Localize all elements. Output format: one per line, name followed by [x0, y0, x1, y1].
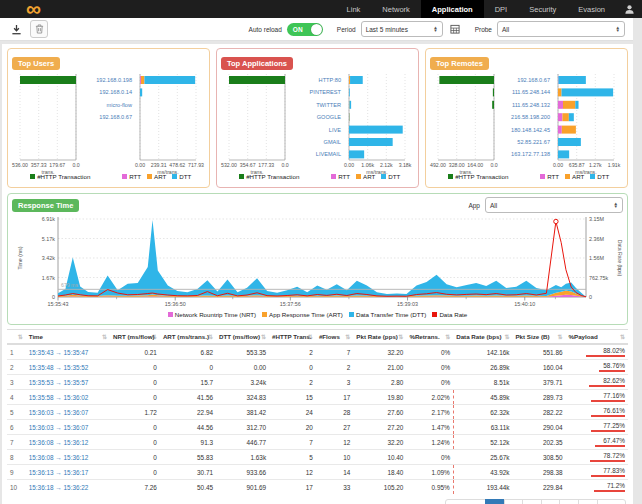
col-header-art[interactable]: ⇅ART (ms/trans.): [160, 330, 216, 345]
auto-reload-toggle[interactable]: ON: [287, 23, 323, 36]
table-row: 215:35:48 → 15:35:52000.000221.000%26.89…: [7, 360, 628, 375]
payload-value: 77.16%: [569, 392, 626, 399]
mini-row-label[interactable]: 192.168.0.198: [80, 76, 132, 84]
clear-button[interactable]: [30, 20, 48, 38]
mini-row-label[interactable]: 111.65.248.144: [498, 88, 550, 96]
cell-time[interactable]: 15:36:13 → 15:36:17: [26, 465, 110, 480]
row-labels: 192.168.0.198192.168.0.14micro-flow192.1…: [80, 70, 136, 176]
sort-icon[interactable]: ⇅: [102, 333, 107, 340]
y-right-tick: 762.75k: [589, 275, 608, 281]
col-header-dtt[interactable]: ⇅DTT (ms/flow): [216, 330, 269, 345]
sort-icon[interactable]: ⇅: [557, 333, 562, 340]
panel-title: Top Users: [12, 57, 60, 70]
cell-time[interactable]: 15:35:48 → 15:35:52: [26, 360, 110, 375]
mini-row-label[interactable]: 192.168.0.67: [80, 113, 132, 121]
cell-pktrate: 18.40: [353, 465, 406, 480]
col-header-time[interactable]: ⇅Time: [26, 330, 110, 345]
dtt-bar: [349, 138, 393, 146]
col-header-pktsize[interactable]: ⇅Pkt Size (B): [512, 330, 565, 345]
col-header-pktrate[interactable]: ⇅Pkt Rate (pps): [353, 330, 406, 345]
rtt-bar: [558, 126, 562, 134]
mini-row-label[interactable]: 163.172.77.138: [498, 150, 550, 158]
cell-time[interactable]: 15:36:03 → 15:36:07: [26, 405, 110, 420]
axis-tick-label: 357.33: [31, 162, 47, 168]
col-header-nrt[interactable]: ⇅NRT (ms/flow): [110, 330, 160, 345]
cell-pktrate: 19.80: [353, 390, 406, 405]
cell-time[interactable]: 15:36:08 → 15:36:12: [26, 435, 110, 450]
sort-icon[interactable]: ⇅: [620, 333, 625, 340]
sort-icon[interactable]: ⇅: [398, 333, 403, 340]
mini-row-label[interactable]: 52.85.221.67: [498, 138, 550, 146]
mini-row-label[interactable]: 192.168.0.14: [80, 88, 132, 96]
pagination-page-6[interactable]: 6: [578, 499, 598, 504]
download-button[interactable]: [8, 21, 24, 37]
legend-swatch: [356, 174, 361, 179]
nav-item-network[interactable]: Network: [371, 0, 421, 18]
nav-item-application[interactable]: Application: [421, 0, 484, 18]
cell-idx: 8: [7, 450, 26, 465]
sort-icon[interactable]: ⇅: [18, 333, 23, 340]
user-menu[interactable]: [616, 0, 642, 18]
nav-item-evasion[interactable]: Evasion: [567, 0, 616, 18]
pagination-page-1[interactable]: 1: [485, 499, 505, 504]
cell-art: 30.71: [160, 465, 216, 480]
cell-pktsize: 308.50: [512, 450, 565, 465]
sort-icon[interactable]: ⇅: [445, 333, 450, 340]
nav-item-security[interactable]: Security: [518, 0, 567, 18]
cell-time[interactable]: 15:36:18 → 15:36:22: [26, 480, 110, 495]
cell-dtt: 553.35: [216, 344, 269, 360]
period-label: Period: [337, 26, 356, 33]
col-header-datarate[interactable]: ⇅Data Rate (bps): [453, 330, 512, 345]
cell-time[interactable]: 15:35:43 → 15:35:47: [26, 344, 110, 360]
mini-row-label[interactable]: GOOGLE: [289, 113, 341, 121]
toggle-knob: [311, 24, 322, 35]
sort-icon[interactable]: ⇅: [261, 333, 266, 340]
nav-item-link[interactable]: Link: [336, 0, 372, 18]
pagination-next[interactable]: Next: [597, 499, 626, 504]
art-bar: [563, 101, 575, 109]
col-header-payload[interactable]: ⇅%Payload: [566, 330, 629, 345]
pagination-previous[interactable]: Previous: [445, 499, 486, 504]
period-select[interactable]: Last 5 minutes ▲▼: [361, 21, 443, 37]
cell-pktsize: 379.71: [512, 375, 565, 390]
cell-time[interactable]: 15:35:53 → 15:35:57: [26, 375, 110, 390]
response-chart-legend: Network Rountrip Time (NRT)App Response …: [12, 311, 623, 318]
col-header-idx[interactable]: ⇅: [7, 330, 26, 345]
axis-tick-label: 0.00: [135, 162, 145, 168]
calendar-button[interactable]: [447, 21, 463, 37]
probe-select[interactable]: All ▲▼: [497, 21, 625, 37]
mini-row-label[interactable]: TWITTER: [289, 101, 341, 109]
mini-row-label[interactable]: 216.58.198.200: [498, 113, 550, 121]
mini-row-label[interactable]: LIVEMAIL: [289, 150, 341, 158]
cell-payload: 88.02%: [566, 344, 629, 360]
cell-idx: 6: [7, 420, 26, 435]
mini-row-label[interactable]: PINTEREST: [289, 88, 341, 96]
cell-pktsize: 282.22: [512, 405, 565, 420]
col-header-flows[interactable]: ⇅#Flows: [316, 330, 353, 345]
col-header-retrans[interactable]: ⇅%Retrans.: [406, 330, 453, 345]
app-select[interactable]: All ▲▼: [485, 197, 623, 213]
mini-row-label[interactable]: 192.168.0.67: [498, 76, 550, 84]
mini-row-label[interactable]: 111.65.248.132: [498, 101, 550, 109]
mini-row-label[interactable]: 180.148.142.45: [498, 126, 550, 134]
cell-http: 20: [269, 420, 316, 435]
cell-time[interactable]: 15:36:03 → 15:36:07: [26, 420, 110, 435]
nav-item-dpi[interactable]: DPI: [484, 0, 519, 18]
mini-row-label[interactable]: GMAIL: [289, 138, 341, 146]
pagination-page-4[interactable]: 4: [541, 499, 561, 504]
mini-row-label[interactable]: micro-flow: [80, 101, 132, 109]
sort-icon[interactable]: ⇅: [504, 333, 509, 340]
y-left-tick: 3.42k: [42, 255, 55, 261]
pagination-page-2[interactable]: 2: [504, 499, 524, 504]
pagination-page-5[interactable]: 5: [559, 499, 579, 504]
mini-row-label[interactable]: HTTP:80: [289, 76, 341, 84]
pagination-page-3[interactable]: 3: [522, 499, 542, 504]
cell-pktsize: 290.04: [512, 420, 565, 435]
cell-time[interactable]: 15:35:58 → 15:36:02: [26, 390, 110, 405]
cell-time[interactable]: 15:36:08 → 15:36:12: [26, 450, 110, 465]
cell-dtt: 446.77: [216, 435, 269, 450]
col-label: %Payload: [569, 333, 598, 340]
mini-row-label[interactable]: LIVE: [289, 126, 341, 134]
sort-icon[interactable]: ⇅: [345, 333, 350, 340]
col-header-http[interactable]: ⇅#HTTP Trans.: [269, 330, 316, 345]
